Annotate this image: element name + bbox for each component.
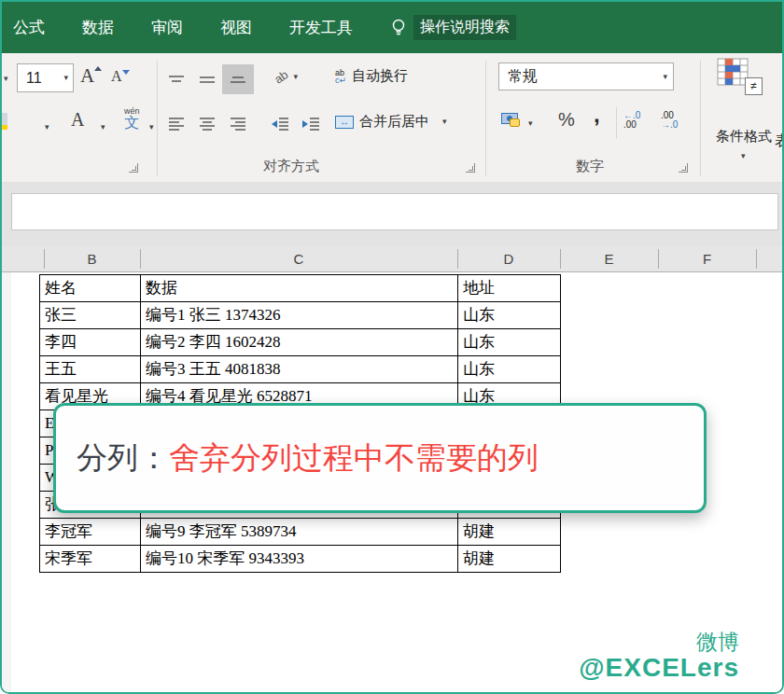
increase-indent-icon [301,117,320,132]
column-header-b[interactable]: B [44,246,140,271]
cell-b[interactable]: 张三 [40,302,141,329]
cell-c[interactable]: 编号10 宋季军 9343393 [141,546,458,573]
tell-me-search[interactable]: 操作说明搜索 [390,15,516,40]
alignment-group-label: 对齐方式 [240,158,343,175]
align-middle-button[interactable] [193,65,221,93]
accounting-format-icon[interactable] [501,113,518,124]
conditional-formatting-dropdown-icon: ▾ [741,151,746,160]
font-size-value: 11 [18,70,63,87]
orientation-dropdown-icon: ▾ [293,73,298,81]
tell-me-label: 操作说明搜索 [413,15,516,40]
phonetic-dropdown-icon[interactable]: ▾ [149,122,154,132]
align-center-button[interactable] [193,110,221,138]
tab-data[interactable]: 数据 [82,17,114,38]
tab-review[interactable]: 审阅 [151,17,183,38]
cell-d[interactable]: 地址 [458,275,561,302]
cell-d[interactable]: 山东 [458,329,561,356]
cell-d[interactable]: 胡建 [458,519,561,546]
font-color-dropdown-icon[interactable]: ▾ [101,122,105,132]
phonetic-char: 文 [124,116,140,131]
wrap-text-label: 自动换行 [352,67,408,85]
cell-c[interactable]: 编号2 李四 1602428 [141,329,458,356]
align-center-icon [199,117,216,132]
merge-center-button[interactable]: ↔ 合并后居中 ▾ [335,113,447,131]
excel-window: 公式 数据 审阅 视图 开发工具 操作说明搜索 ▾ 11 ▾ A A ▾ [0,0,784,694]
fill-color-icon[interactable] [2,113,7,130]
font-color-button[interactable]: A [71,110,84,129]
shrink-font-button[interactable]: A [111,68,130,85]
cell-d[interactable]: 山东 [458,302,561,329]
watermark-line2: @EXCELers [579,654,739,683]
cell-b[interactable]: 李四 [40,329,141,356]
callout-highlight-text: 舍弃分列过程中不需要的列 [169,437,539,479]
group-separator [157,61,158,176]
font-size-combo[interactable]: 11 ▾ [17,63,74,92]
column-header-f[interactable]: F [658,246,756,271]
wrap-text-icon: ab c↵ [335,69,346,84]
align-left-button[interactable] [162,110,190,138]
align-top-button[interactable] [162,65,190,93]
orientation-button[interactable]: ab ▾ [274,70,298,84]
number-group-label: 数字 [548,158,632,175]
column-header-c[interactable]: C [140,246,457,271]
cell-b[interactable]: 姓名 [40,275,141,302]
align-right-button[interactable] [224,110,252,138]
grow-font-letter: A [80,64,94,87]
decrease-indent-button[interactable] [266,110,294,138]
cell-d[interactable]: 胡建 [458,546,561,573]
cell-b[interactable]: 李冠军 [40,519,141,546]
accounting-dropdown-icon[interactable]: ▾ [528,118,533,128]
merge-center-icon: ↔ [335,116,354,129]
increase-indent-button[interactable] [297,110,325,138]
font-dialog-launcher[interactable] [129,163,138,173]
grow-font-caret-icon [94,66,102,71]
wrap-text-button[interactable]: ab c↵ 自动换行 [335,67,408,85]
comma-style-button[interactable]: , [594,102,600,128]
align-bottom-icon [230,73,246,86]
cell-b[interactable]: 宋季军 [40,546,141,573]
alignment-dialog-launcher[interactable] [466,163,475,173]
align-middle-icon [199,75,216,84]
cell-b[interactable]: 王五 [40,356,141,383]
tab-view[interactable]: 视图 [220,17,252,38]
column-header-d[interactable]: D [457,246,560,271]
font-color-letter: A [71,109,84,130]
ribbon: ▾ 11 ▾ A A ▾ A ▾ wén 文 ▾ [2,53,782,183]
cell-c[interactable]: 编号9 李冠军 5389734 [141,519,458,546]
tab-formulas[interactable]: 公式 [13,17,45,38]
cell-d[interactable]: 山东 [458,356,561,383]
cell-c[interactable]: 编号3 王五 4081838 [141,356,458,383]
merge-center-label: 合并后居中 [359,113,429,131]
number-format-combo[interactable]: 常规 ▾ [498,62,674,90]
number-format-value: 常规 [499,67,663,87]
orientation-icon: ab [272,67,290,87]
lightbulb-icon [390,18,407,38]
number-dialog-launcher[interactable] [679,163,688,173]
merge-center-dropdown-icon: ▾ [442,118,447,126]
group-separator [485,61,486,176]
tab-developer[interactable]: 开发工具 [289,17,353,38]
column-header-e[interactable]: E [560,246,658,271]
align-top-icon [168,75,185,84]
col-separator [756,249,757,269]
callout-label: 分列： [77,437,169,479]
percent-style-button[interactable]: % [558,109,575,131]
shrink-font-letter: A [111,68,122,84]
cell-c[interactable]: 编号1 张三 1374326 [141,302,458,329]
font-name-dropdown-icon[interactable]: ▾ [4,74,8,83]
formula-bar-zone [2,182,782,246]
formula-bar-input[interactable] [11,193,778,230]
ribbon-tab-bar: 公式 数据 审阅 视图 开发工具 操作说明搜索 [2,2,782,53]
align-bottom-button[interactable] [222,64,254,94]
increase-decimal-button[interactable]: ←.0.00 [623,111,640,130]
cell-c[interactable]: 数据 [141,275,458,302]
font-size-dropdown-icon: ▾ [63,74,73,82]
inner-separator [616,107,617,139]
align-right-icon [230,117,246,132]
phonetic-guide-button[interactable]: wén 文 [124,107,140,131]
grow-font-button[interactable]: A [80,64,102,88]
decrease-decimal-button[interactable]: .00→.0 [661,111,678,130]
fill-color-dropdown-icon[interactable]: ▾ [45,122,49,132]
format-as-table-partial-label[interactable]: 表 [775,132,784,151]
worksheet: 姓名 数据 地址 张三 编号1 张三 1374326 山东 李四 编号2 李四 … [2,272,782,692]
